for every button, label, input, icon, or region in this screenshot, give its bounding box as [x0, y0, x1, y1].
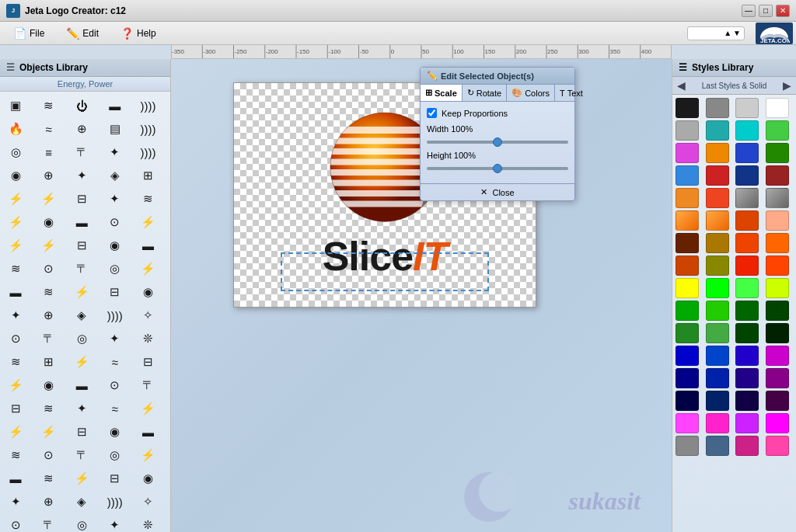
object-icon-12[interactable]: 〒: [69, 141, 94, 163]
object-icon-58[interactable]: ≈: [103, 351, 127, 373]
menu-help[interactable]: ❓ Help: [110, 23, 166, 43]
color-swatch-20[interactable]: [676, 210, 699, 231]
color-swatch-59[interactable]: [766, 413, 789, 433]
color-swatch-52[interactable]: [676, 391, 699, 411]
color-swatch-3[interactable]: [766, 98, 789, 118]
height-slider[interactable]: [427, 167, 568, 170]
object-icon-65[interactable]: ⊟: [3, 398, 28, 419]
minimize-button[interactable]: —: [742, 5, 756, 17]
object-icon-15[interactable]: ◉: [3, 165, 28, 186]
object-icon-70[interactable]: ⚡: [3, 421, 28, 443]
object-icon-86[interactable]: ⊕: [37, 491, 61, 513]
object-icon-81[interactable]: ≋: [37, 468, 61, 489]
color-swatch-8[interactable]: [676, 143, 699, 163]
object-icon-54[interactable]: ❊: [135, 328, 160, 349]
zoom-down-button[interactable]: ▼: [733, 29, 741, 37]
object-icon-44[interactable]: ◉: [135, 281, 160, 303]
color-swatch-27[interactable]: [766, 233, 789, 253]
color-swatch-13[interactable]: [706, 165, 729, 186]
object-icon-26[interactable]: ◉: [37, 211, 61, 233]
object-icon-89[interactable]: ✧: [135, 491, 160, 513]
color-swatch-29[interactable]: [706, 256, 729, 276]
object-icon-67[interactable]: ✦: [69, 398, 94, 419]
object-icon-16[interactable]: ⊕: [37, 165, 61, 186]
styles-next-button[interactable]: ▶: [780, 78, 794, 92]
object-icon-22[interactable]: ⊟: [69, 188, 94, 210]
object-icon-68[interactable]: ≈: [103, 398, 127, 419]
color-swatch-39[interactable]: [766, 301, 789, 321]
object-icon-80[interactable]: ▬: [3, 468, 28, 489]
object-icon-63[interactable]: ⊙: [103, 374, 127, 396]
color-swatch-63[interactable]: [766, 436, 789, 456]
object-icon-23[interactable]: ✦: [103, 188, 127, 210]
color-swatch-31[interactable]: [766, 256, 789, 276]
styles-prev-button[interactable]: ◀: [674, 78, 689, 92]
object-icon-19[interactable]: ⊞: [135, 165, 160, 186]
object-icon-17[interactable]: ✦: [69, 165, 94, 186]
color-swatch-56[interactable]: [676, 413, 699, 433]
object-icon-46[interactable]: ⊕: [37, 304, 61, 326]
color-swatch-12[interactable]: [676, 165, 699, 186]
color-swatch-42[interactable]: [735, 323, 759, 343]
object-icon-40[interactable]: ▬: [3, 281, 28, 303]
object-icon-30[interactable]: ⚡: [3, 235, 28, 256]
object-icon-3[interactable]: ▬: [103, 95, 127, 116]
color-swatch-41[interactable]: [706, 323, 729, 343]
color-swatch-55[interactable]: [766, 391, 789, 411]
color-swatch-21[interactable]: [706, 210, 729, 231]
object-icon-2[interactable]: ⏻: [69, 95, 94, 116]
color-swatch-4[interactable]: [676, 120, 699, 141]
color-swatch-33[interactable]: [706, 278, 729, 298]
color-swatch-1[interactable]: [706, 98, 729, 118]
object-icon-69[interactable]: ⚡: [135, 398, 160, 419]
zoom-control[interactable]: 100% ▲ ▼: [687, 26, 745, 40]
color-swatch-28[interactable]: [676, 256, 699, 276]
object-icon-78[interactable]: ◎: [103, 444, 127, 466]
color-swatch-61[interactable]: [706, 436, 729, 456]
color-swatch-26[interactable]: [735, 233, 759, 253]
color-swatch-19[interactable]: [766, 188, 789, 208]
object-icon-27[interactable]: ▬: [69, 211, 94, 233]
color-swatch-11[interactable]: [766, 143, 789, 163]
object-icon-77[interactable]: 〒: [69, 444, 94, 466]
color-swatch-40[interactable]: [676, 323, 699, 343]
object-icon-45[interactable]: ✦: [3, 304, 28, 326]
object-icon-85[interactable]: ✦: [3, 491, 28, 513]
color-swatch-36[interactable]: [676, 301, 699, 321]
close-button[interactable]: ✕ Close: [421, 183, 574, 200]
color-swatch-25[interactable]: [706, 233, 729, 253]
color-swatch-6[interactable]: [735, 120, 759, 141]
object-icon-66[interactable]: ≋: [37, 398, 61, 419]
object-icon-4[interactable]: )))): [135, 95, 160, 116]
object-icon-56[interactable]: ⊞: [37, 351, 61, 373]
object-icon-52[interactable]: ◎: [69, 328, 94, 349]
color-swatch-57[interactable]: [706, 413, 729, 433]
object-icon-60[interactable]: ⚡: [3, 374, 28, 396]
color-swatch-47[interactable]: [766, 346, 789, 366]
object-icon-43[interactable]: ⊟: [103, 281, 127, 303]
object-icon-32[interactable]: ⊟: [69, 235, 94, 256]
object-icon-36[interactable]: ⊙: [37, 258, 61, 280]
color-swatch-7[interactable]: [766, 120, 789, 141]
tab-text[interactable]: T Text: [555, 85, 588, 101]
object-icon-91[interactable]: 〒: [37, 514, 61, 532]
object-icon-18[interactable]: ◈: [103, 165, 127, 186]
object-icon-7[interactable]: ⊕: [69, 118, 94, 140]
color-swatch-46[interactable]: [735, 346, 759, 366]
color-swatch-16[interactable]: [676, 188, 699, 208]
object-icon-20[interactable]: ⚡: [3, 188, 28, 210]
object-icon-92[interactable]: ◎: [69, 514, 94, 532]
color-swatch-5[interactable]: [706, 120, 729, 141]
object-icon-31[interactable]: ⚡: [37, 235, 61, 256]
color-swatch-30[interactable]: [735, 256, 759, 276]
zoom-input[interactable]: 100%: [691, 28, 722, 39]
object-icon-90[interactable]: ⊙: [3, 514, 28, 532]
color-swatch-51[interactable]: [766, 368, 789, 388]
width-slider[interactable]: [427, 141, 568, 144]
object-icon-82[interactable]: ⚡: [69, 468, 94, 489]
color-swatch-9[interactable]: [706, 143, 729, 163]
color-swatch-35[interactable]: [766, 278, 789, 298]
color-swatch-50[interactable]: [735, 368, 759, 388]
color-swatch-48[interactable]: [676, 368, 699, 388]
object-icon-10[interactable]: ◎: [3, 141, 28, 163]
